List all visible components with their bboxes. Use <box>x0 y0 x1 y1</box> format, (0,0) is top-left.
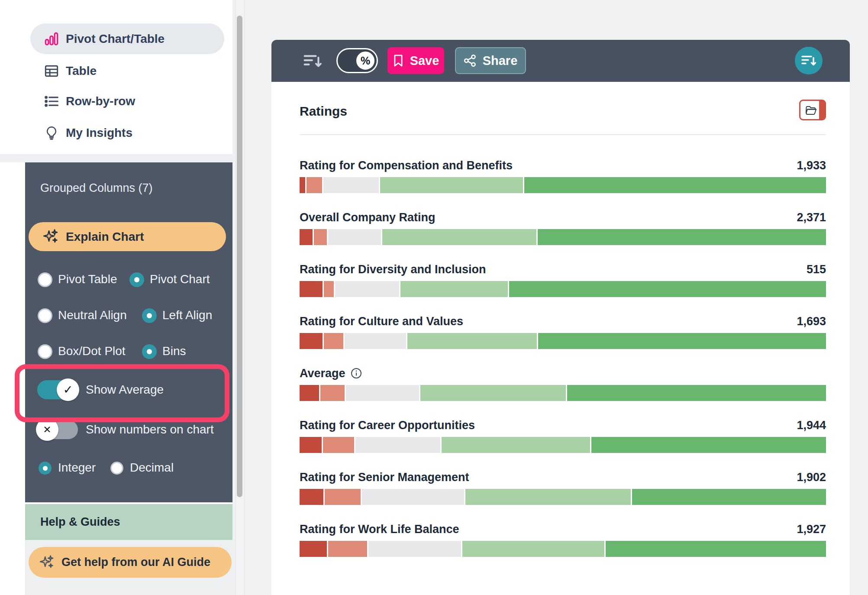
bar-segment-negative[interactable] <box>314 229 327 245</box>
chart-row-bar[interactable] <box>300 229 826 245</box>
bar-segment-positive[interactable] <box>420 385 566 401</box>
bar-segment-strongly-negative[interactable] <box>300 229 313 245</box>
radio-label[interactable]: Left Align <box>162 308 212 322</box>
radio-pivot-chart[interactable] <box>129 272 144 287</box>
sparkles-icon <box>43 229 58 245</box>
radio-label[interactable]: Neutral Align <box>58 308 127 322</box>
bar-segment-positive[interactable] <box>382 229 536 245</box>
ai-guide-button[interactable]: Get help from our AI Guide <box>29 547 232 578</box>
radio-bins[interactable] <box>142 344 157 359</box>
chart-row-label: Rating for Compensation and Benefits <box>300 158 513 173</box>
radio-neutral-align[interactable] <box>38 308 52 323</box>
percent-toggle[interactable]: % <box>336 48 378 73</box>
bar-segment-neutral[interactable] <box>362 489 464 505</box>
bar-segment-strongly-positive[interactable] <box>591 437 826 453</box>
bar-segment-negative[interactable] <box>323 437 354 453</box>
radio-label[interactable]: Pivot Table <box>58 272 117 286</box>
bar-segment-neutral[interactable] <box>345 333 406 349</box>
bar-segment-strongly-positive[interactable] <box>538 229 826 245</box>
share-button[interactable]: Share <box>455 47 526 74</box>
bar-segment-strongly-negative[interactable] <box>300 489 323 505</box>
radio-label[interactable]: Pivot Chart <box>150 272 210 286</box>
row-by-row-icon <box>44 94 59 109</box>
info-icon[interactable] <box>351 368 362 379</box>
bar-segment-neutral[interactable] <box>323 177 379 193</box>
sort-button-right[interactable] <box>795 47 823 74</box>
bar-segment-neutral[interactable] <box>335 281 399 297</box>
save-button[interactable]: Save <box>387 47 444 74</box>
chart-row-bar[interactable] <box>300 489 826 505</box>
bar-segment-neutral[interactable] <box>368 541 461 557</box>
bar-segment-negative[interactable] <box>324 333 343 349</box>
folder-button[interactable] <box>799 100 826 120</box>
bar-segment-positive[interactable] <box>380 177 523 193</box>
chart-row-count: 1,902 <box>797 469 826 485</box>
bar-segment-positive[interactable] <box>465 489 631 505</box>
help-guides-label: Help & Guides <box>40 515 120 529</box>
sparkles-icon <box>40 555 54 570</box>
bar-segment-negative[interactable] <box>324 281 334 297</box>
radio-label[interactable]: Box/Dot Plot <box>58 344 126 358</box>
percent-icon: % <box>355 50 376 71</box>
bar-segment-strongly-negative[interactable] <box>300 437 322 453</box>
radio-decimal[interactable] <box>110 462 123 475</box>
save-label: Save <box>410 54 439 68</box>
bar-segment-strongly-negative[interactable] <box>300 177 305 193</box>
ai-guide-label: Get help from our AI Guide <box>61 556 210 569</box>
bar-segment-negative[interactable] <box>307 177 322 193</box>
bar-segment-strongly-positive[interactable] <box>524 177 826 193</box>
chart-row-bar[interactable] <box>300 385 826 401</box>
bar-segment-positive[interactable] <box>442 437 590 453</box>
bar-segment-strongly-negative[interactable] <box>300 541 327 557</box>
bar-segment-strongly-negative[interactable] <box>300 281 323 297</box>
radio-integer[interactable] <box>39 462 52 475</box>
bar-segment-positive[interactable] <box>462 541 604 557</box>
chart-row-bar[interactable] <box>300 281 826 297</box>
bar-segment-strongly-positive[interactable] <box>509 281 826 297</box>
chart-row: Average <box>300 355 826 407</box>
chart-row: Overall Company Rating 2,371 <box>300 199 826 251</box>
chart-row: Rating for Work Life Balance 1,927 <box>300 511 826 563</box>
chart-row: Rating for Career Opportunities 1,944 <box>300 407 826 459</box>
explain-chart-button[interactable]: Explain Chart <box>29 222 226 251</box>
bar-segment-strongly-negative[interactable] <box>300 385 319 401</box>
sort-descending-icon[interactable] <box>303 53 322 71</box>
share-label: Share <box>483 54 518 68</box>
chart-row-bar[interactable] <box>300 437 826 453</box>
radio-label[interactable]: Bins <box>162 344 186 358</box>
radio-left-align[interactable] <box>142 308 157 323</box>
show-numbers-label: Show numbers on chart <box>86 423 214 437</box>
radio-label[interactable]: Integer <box>58 461 96 475</box>
divider <box>300 134 826 135</box>
bar-segment-strongly-positive[interactable] <box>567 385 826 401</box>
show-average-toggle[interactable]: ✓ <box>37 380 78 399</box>
bar-segment-positive[interactable] <box>400 281 508 297</box>
sidebar-item-label: Row-by-row <box>66 94 135 108</box>
bar-segment-negative[interactable] <box>325 489 361 505</box>
radio-box-dot-plot[interactable] <box>38 344 52 359</box>
bar-segment-strongly-positive[interactable] <box>606 541 826 557</box>
scrollbar-thumb[interactable] <box>237 16 242 497</box>
bar-segment-neutral[interactable] <box>346 385 419 401</box>
bar-segment-strongly-negative[interactable] <box>300 333 323 349</box>
explain-chart-label: Explain Chart <box>66 230 144 244</box>
chart-row-bar[interactable] <box>300 333 826 349</box>
chart-row-bar[interactable] <box>300 541 826 557</box>
help-guides-header[interactable]: Help & Guides <box>25 504 232 540</box>
chart-row-count: 515 <box>807 262 826 277</box>
chart-row-label: Rating for Diversity and Inclusion <box>300 262 486 277</box>
bar-segment-strongly-positive[interactable] <box>538 333 826 349</box>
bar-segment-negative[interactable] <box>320 385 345 401</box>
bar-segment-strongly-positive[interactable] <box>632 489 826 505</box>
table-icon <box>44 64 59 78</box>
bar-segment-neutral[interactable] <box>355 437 440 453</box>
bar-segment-positive[interactable] <box>407 333 537 349</box>
bar-segment-neutral[interactable] <box>328 229 381 245</box>
lightbulb-icon <box>44 126 59 140</box>
radio-label[interactable]: Decimal <box>130 461 174 475</box>
chart-rows: Rating for Compensation and Benefits 1,9… <box>300 147 826 563</box>
bar-segment-negative[interactable] <box>328 541 367 557</box>
show-numbers-toggle[interactable]: ✕ <box>37 420 78 439</box>
radio-pivot-table[interactable] <box>38 272 52 287</box>
chart-row-bar[interactable] <box>300 177 826 193</box>
